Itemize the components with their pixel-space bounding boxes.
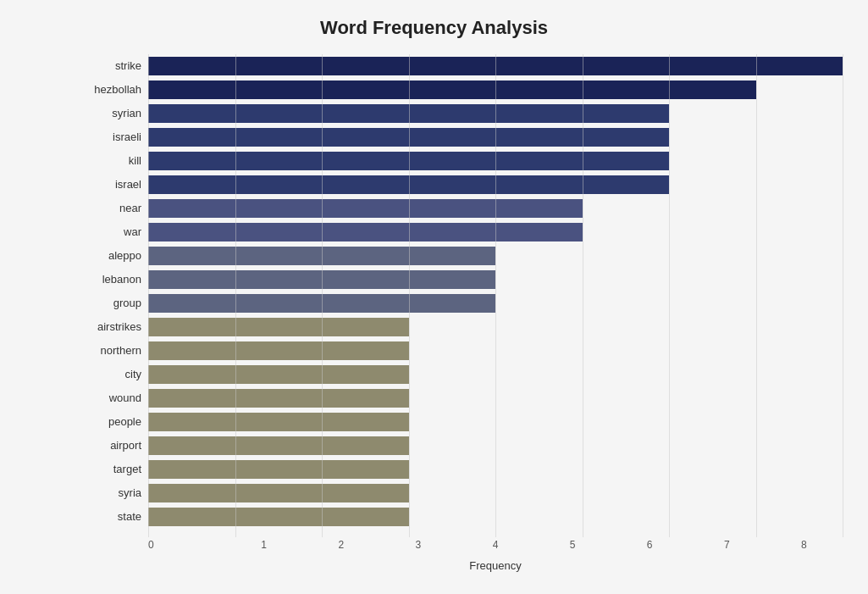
bar-track bbox=[148, 247, 843, 265]
bar-fill bbox=[148, 199, 583, 218]
bar-track bbox=[148, 128, 843, 147]
chart-area: strikehezbollahsyrianisraelikillisraelne… bbox=[76, 54, 843, 537]
bar-track bbox=[148, 436, 843, 455]
bar-track bbox=[148, 484, 843, 502]
bar-label: syria bbox=[76, 486, 148, 499]
bar-fill bbox=[148, 508, 409, 526]
bar-fill bbox=[148, 175, 669, 194]
bar-track bbox=[148, 175, 843, 194]
bar-label: israeli bbox=[76, 130, 148, 143]
bar-row: aleppo bbox=[76, 244, 843, 267]
bar-track bbox=[148, 294, 843, 313]
bar-label: aleppo bbox=[76, 249, 148, 262]
bar-fill bbox=[148, 223, 583, 241]
bar-label: kill bbox=[76, 154, 148, 167]
bar-fill bbox=[148, 365, 409, 384]
x-tick: 6 bbox=[611, 539, 688, 556]
bar-fill bbox=[148, 341, 409, 360]
bar-label: northern bbox=[76, 344, 148, 357]
bar-row: city bbox=[76, 363, 843, 386]
bar-track bbox=[148, 508, 843, 526]
bar-row: state bbox=[76, 505, 843, 528]
bar-track bbox=[148, 341, 843, 360]
bar-track bbox=[148, 57, 843, 75]
bar-fill bbox=[148, 247, 495, 265]
bar-row: northern bbox=[76, 339, 843, 362]
bar-label: airstrikes bbox=[76, 320, 148, 333]
bar-track bbox=[148, 365, 843, 384]
bar-label: city bbox=[76, 368, 148, 380]
bar-fill bbox=[148, 80, 756, 99]
chart-title: Word Frequency Analysis bbox=[51, 17, 817, 39]
bar-label: syrian bbox=[76, 107, 148, 119]
x-tick: 1 bbox=[225, 539, 302, 556]
bar-track bbox=[148, 223, 843, 241]
x-tick: 2 bbox=[302, 539, 379, 556]
bar-row: group bbox=[76, 291, 843, 314]
bar-label: group bbox=[76, 297, 148, 309]
bar-row: hezbollah bbox=[76, 78, 843, 101]
bar-fill bbox=[148, 152, 669, 170]
bar-row: airstrikes bbox=[76, 315, 843, 338]
bar-track bbox=[148, 460, 843, 479]
bar-track bbox=[148, 389, 843, 408]
bar-row: lebanon bbox=[76, 268, 843, 291]
bar-row: syrian bbox=[76, 102, 843, 125]
bar-fill bbox=[148, 270, 495, 289]
bar-label: target bbox=[76, 463, 148, 475]
bar-label: near bbox=[76, 202, 148, 214]
x-tick: 7 bbox=[688, 539, 766, 556]
bar-fill bbox=[148, 389, 409, 408]
bar-row: kill bbox=[76, 149, 843, 172]
bar-label: state bbox=[76, 510, 148, 523]
chart-container: Word Frequency Analysis strikehezbollahs… bbox=[0, 0, 868, 594]
x-tick: 3 bbox=[379, 539, 456, 556]
bar-row: target bbox=[76, 458, 843, 480]
grid-line bbox=[843, 54, 843, 537]
bar-fill bbox=[148, 413, 409, 431]
bar-fill bbox=[148, 128, 669, 147]
bar-track bbox=[148, 199, 843, 218]
bar-label: airport bbox=[76, 439, 148, 452]
bar-fill bbox=[148, 57, 843, 75]
bar-track bbox=[148, 270, 843, 289]
bar-fill bbox=[148, 318, 409, 336]
bar-row: israeli bbox=[76, 125, 843, 148]
bar-track bbox=[148, 318, 843, 336]
bar-label: strike bbox=[76, 59, 148, 72]
bar-label: war bbox=[76, 225, 148, 238]
bar-label: lebanon bbox=[76, 273, 148, 286]
x-tick: 5 bbox=[534, 539, 611, 556]
bar-row: wound bbox=[76, 386, 843, 409]
bar-row: airport bbox=[76, 434, 843, 457]
bar-row: syria bbox=[76, 481, 843, 504]
bar-label: wound bbox=[76, 391, 148, 404]
bar-fill bbox=[148, 104, 669, 123]
bar-row: people bbox=[76, 410, 843, 433]
bar-fill bbox=[148, 436, 409, 455]
x-tick: 0 bbox=[148, 539, 225, 556]
bar-row: israel bbox=[76, 173, 843, 196]
x-axis-label: Frequency bbox=[148, 559, 843, 572]
bar-fill bbox=[148, 484, 409, 502]
bar-fill bbox=[148, 294, 495, 313]
bar-track bbox=[148, 152, 843, 170]
bar-row: strike bbox=[76, 54, 843, 77]
bar-row: war bbox=[76, 220, 843, 243]
bar-label: hezbollah bbox=[76, 83, 148, 96]
bar-track bbox=[148, 104, 843, 123]
bar-label: israel bbox=[76, 178, 148, 191]
bar-fill bbox=[148, 460, 409, 479]
x-tick: 8 bbox=[766, 539, 843, 556]
bar-row: near bbox=[76, 197, 843, 219]
x-tick: 4 bbox=[456, 539, 534, 556]
bar-track bbox=[148, 413, 843, 431]
bar-track bbox=[148, 80, 843, 99]
x-axis: 012345678 Frequency bbox=[76, 539, 843, 572]
bar-label: people bbox=[76, 415, 148, 428]
